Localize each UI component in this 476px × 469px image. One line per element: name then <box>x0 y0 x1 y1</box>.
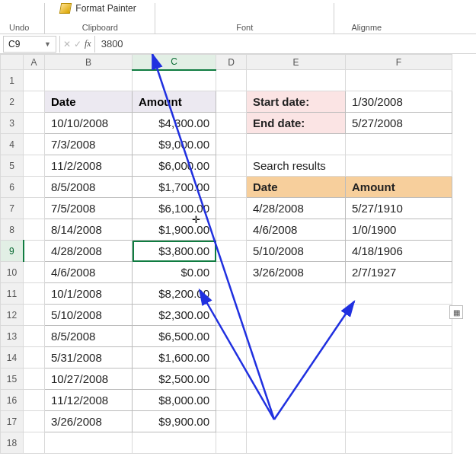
cell-D3[interactable] <box>216 113 247 134</box>
cell-F16[interactable] <box>346 390 452 411</box>
cell-F4[interactable] <box>346 134 452 155</box>
col-header[interactable]: E <box>247 55 346 70</box>
col-header[interactable]: B <box>45 55 133 70</box>
cell-E12[interactable] <box>247 305 346 326</box>
row-header[interactable]: 16 <box>1 390 24 411</box>
cell-D11[interactable] <box>216 283 247 305</box>
cell-A14[interactable] <box>24 347 45 368</box>
cell-C7[interactable]: $6,100.00 <box>133 198 216 219</box>
cell-D13[interactable] <box>216 326 247 347</box>
cell-A3[interactable] <box>24 113 45 134</box>
row-header[interactable]: 15 <box>1 368 24 390</box>
spreadsheet-grid[interactable]: A B C D E F 12DateAmountStart date:1/30/… <box>0 54 476 454</box>
row-header[interactable]: 14 <box>1 347 24 368</box>
cell-D7[interactable] <box>216 198 247 219</box>
cell-B13[interactable]: 8/5/2008 <box>45 326 133 347</box>
cell-D10[interactable] <box>216 262 247 283</box>
cell-F17[interactable] <box>346 411 452 432</box>
cell-A4[interactable] <box>24 134 45 155</box>
cell-E6[interactable]: Date <box>247 177 346 198</box>
row-header[interactable]: 13 <box>1 326 24 347</box>
cell-A9[interactable] <box>24 241 45 262</box>
cell-E4[interactable] <box>247 134 346 155</box>
cell-D5[interactable] <box>216 155 247 177</box>
cell-A11[interactable] <box>24 283 45 305</box>
cell-D17[interactable] <box>216 411 247 432</box>
cell-B18[interactable] <box>45 432 133 454</box>
row-header[interactable]: 8 <box>1 219 24 241</box>
cell-A17[interactable] <box>24 411 45 432</box>
formula-input[interactable]: 3800 <box>95 38 123 49</box>
cell-F7[interactable]: 5/27/1910 <box>346 198 452 219</box>
row-header[interactable]: 2 <box>1 91 24 113</box>
row-header[interactable]: 10 <box>1 262 24 283</box>
formula-cancel-button[interactable]: ✕ <box>63 39 71 49</box>
cell-C4[interactable]: $9,000.00 <box>133 134 216 155</box>
cell-D15[interactable] <box>216 368 247 390</box>
cell-C10[interactable]: $0.00 <box>133 262 216 283</box>
cell-C2[interactable]: Amount <box>133 91 216 113</box>
cell-D14[interactable] <box>216 347 247 368</box>
cell-A8[interactable] <box>24 219 45 241</box>
cell-A2[interactable] <box>24 91 45 113</box>
cell-A18[interactable] <box>24 432 45 454</box>
chevron-down-icon[interactable]: ▼ <box>44 40 51 48</box>
cell-B9[interactable]: 4/28/2008 <box>45 241 133 262</box>
cell-D6[interactable] <box>216 177 247 198</box>
cell-D18[interactable] <box>216 432 247 454</box>
row-header[interactable]: 1 <box>1 70 24 91</box>
cell-D8[interactable] <box>216 219 247 241</box>
cell-B17[interactable]: 3/26/2008 <box>45 411 133 432</box>
col-header[interactable]: C <box>133 55 216 70</box>
cell-B7[interactable]: 7/5/2008 <box>45 198 133 219</box>
cell-F12[interactable] <box>346 305 452 326</box>
cell-E5[interactable]: Search results <box>247 155 346 177</box>
cell-C15[interactable]: $2,500.00 <box>133 368 216 390</box>
cell-B10[interactable]: 4/6/2008 <box>45 262 133 283</box>
cell-A13[interactable] <box>24 326 45 347</box>
cell-E10[interactable]: 3/26/2008 <box>247 262 346 283</box>
col-header[interactable]: A <box>24 55 45 70</box>
format-painter-button[interactable]: Format Painter <box>60 3 139 21</box>
cell-D1[interactable] <box>216 70 247 91</box>
cell-E8[interactable]: 4/6/2008 <box>247 219 346 241</box>
cell-C3[interactable]: $4,300.00 <box>133 113 216 134</box>
cell-F11[interactable] <box>346 283 452 305</box>
cell-F8[interactable]: 1/0/1900 <box>346 219 452 241</box>
cell-F13[interactable] <box>346 326 452 347</box>
cell-C5[interactable]: $6,000.00 <box>133 155 216 177</box>
cell-D12[interactable] <box>216 305 247 326</box>
row-header[interactable]: 3 <box>1 113 24 134</box>
name-box[interactable]: C9 ▼ <box>3 36 56 53</box>
cell-F18[interactable] <box>346 432 452 454</box>
cell-C14[interactable]: $1,600.00 <box>133 347 216 368</box>
select-all-corner[interactable] <box>1 55 24 70</box>
cell-E11[interactable] <box>247 283 346 305</box>
row-header[interactable]: 11 <box>1 283 24 305</box>
cell-F3[interactable]: 5/27/2008 <box>346 113 452 134</box>
cell-A1[interactable] <box>24 70 45 91</box>
undo-group-label[interactable]: Undo <box>9 23 29 32</box>
cell-E1[interactable] <box>247 70 346 91</box>
cell-E3[interactable]: End date: <box>247 113 346 134</box>
cell-F14[interactable] <box>346 347 452 368</box>
cell-E18[interactable] <box>247 432 346 454</box>
row-header[interactable]: 18 <box>1 432 24 454</box>
fx-icon[interactable]: fx <box>85 38 91 49</box>
cell-B3[interactable]: 10/10/2008 <box>45 113 133 134</box>
cell-F5[interactable] <box>346 155 452 177</box>
cell-F6[interactable]: Amount <box>346 177 452 198</box>
cell-F2[interactable]: 1/30/2008 <box>346 91 452 113</box>
cell-A7[interactable] <box>24 198 45 219</box>
cell-E15[interactable] <box>247 368 346 390</box>
cell-B16[interactable]: 11/12/2008 <box>45 390 133 411</box>
cell-E14[interactable] <box>247 347 346 368</box>
cell-C18[interactable] <box>133 432 216 454</box>
cell-A12[interactable] <box>24 305 45 326</box>
cell-C6[interactable]: $1,700.00 <box>133 177 216 198</box>
cell-D2[interactable] <box>216 91 247 113</box>
cell-A15[interactable] <box>24 368 45 390</box>
cell-C17[interactable]: $9,900.00 <box>133 411 216 432</box>
cell-B15[interactable]: 10/27/2008 <box>45 368 133 390</box>
row-header[interactable]: 7 <box>1 198 24 219</box>
